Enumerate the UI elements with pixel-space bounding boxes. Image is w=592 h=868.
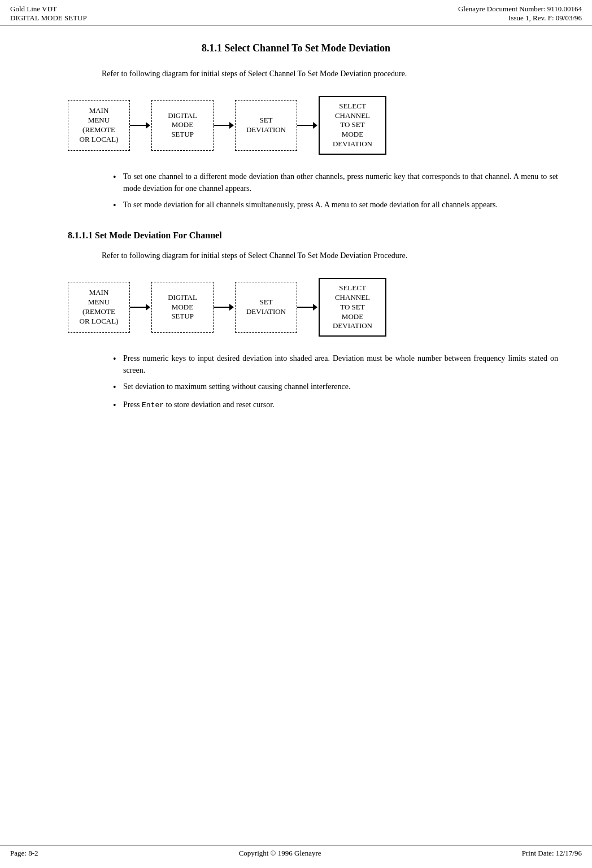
section-8111-title: 8.1.1.1 Set Mode Deviation For Channel: [68, 230, 558, 241]
page-content: 8.1.1 Select Channel To Set Mode Deviati…: [0, 25, 592, 429]
bullet-text-4: Set deviation to maximum setting without…: [123, 381, 558, 394]
page-header: Gold Line VDT DIGITAL MODE SETUP Glenayr…: [0, 0, 592, 25]
diagram1-arrow-3: [297, 122, 319, 129]
bullet-text-2: To set mode deviation for all channels s…: [123, 199, 558, 212]
bullet-dot-3: •: [113, 352, 123, 376]
diagram2-arrow-2: [214, 304, 235, 311]
bullet-text-3: Press numeric keys to input desired devi…: [123, 352, 558, 376]
diagram2-box-4: SELECT CHANNEL TO SET MODE DEVIATION: [319, 278, 386, 337]
diagram-2: MAIN MENU (REMOTE OR LOCAL) DIGITAL MODE…: [68, 278, 558, 337]
diagram2-box-3: SET DEVIATION: [235, 282, 297, 333]
diagram1-arrow-2: [214, 122, 235, 129]
footer-date: Print Date: 12/17/96: [522, 849, 582, 858]
diagram2-arrow-1: [130, 304, 151, 311]
page-footer: Page: 8-2 Copyright © 1996 Glenayre Prin…: [0, 845, 592, 858]
header-right: Glenayre Document Number: 9110.00164 Iss…: [458, 5, 582, 23]
enter-code: Enter: [142, 401, 164, 409]
bullet-dot-2: •: [113, 199, 123, 212]
bullet-text-5: Press Enter to store deviation and reset…: [123, 399, 558, 412]
diagram1-box-2: DIGITAL MODE SETUP: [151, 100, 214, 151]
section-811-bullets: • To set one channel to a different mode…: [113, 171, 558, 212]
diagram1-arrow-1: [130, 122, 151, 129]
bullet-dot-5: •: [113, 399, 123, 412]
diagram2-arrow-3: [297, 304, 319, 311]
bullet-dot-1: •: [113, 171, 123, 194]
diagram1-box-1: MAIN MENU (REMOTE OR LOCAL): [68, 100, 130, 151]
section-811-intro: Refer to following diagram for initial s…: [102, 68, 558, 80]
diagram2-box-2: DIGITAL MODE SETUP: [151, 282, 214, 333]
header-left: Gold Line VDT DIGITAL MODE SETUP: [10, 5, 87, 23]
diagram2-box-1: MAIN MENU (REMOTE OR LOCAL): [68, 282, 130, 333]
footer-copyright: Copyright © 1996 Glenayre: [239, 849, 321, 858]
bullet-text-1: To set one channel to a different mode d…: [123, 171, 558, 194]
section-8111-intro: Refer to following diagram for initial s…: [102, 250, 558, 262]
diagram1-box-4: SELECT CHANNEL TO SET MODE DEVIATION: [319, 96, 386, 155]
diagram1-box-3: SET DEVIATION: [235, 100, 297, 151]
footer-page: Page: 8-2: [10, 849, 38, 858]
section-8111-bullets: • Press numeric keys to input desired de…: [113, 352, 558, 412]
bullet-8111-2: • Set deviation to maximum setting witho…: [113, 381, 558, 394]
bullet-811-1: • To set one channel to a different mode…: [113, 171, 558, 194]
bullet-8111-3: • Press Enter to store deviation and res…: [113, 399, 558, 412]
bullet-811-2: • To set mode deviation for all channels…: [113, 199, 558, 212]
bullet-dot-4: •: [113, 381, 123, 394]
diagram-1: MAIN MENU (REMOTE OR LOCAL) DIGITAL MODE…: [68, 96, 558, 155]
section-811-title: 8.1.1 Select Channel To Set Mode Deviati…: [34, 42, 558, 54]
bullet-8111-1: • Press numeric keys to input desired de…: [113, 352, 558, 376]
